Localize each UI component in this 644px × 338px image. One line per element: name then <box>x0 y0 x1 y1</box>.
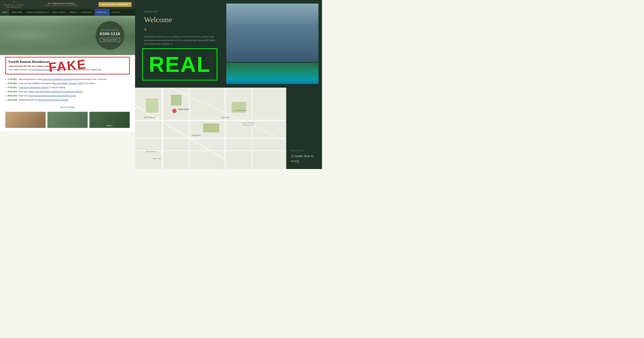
update-date: 27-06-2021: <box>8 86 17 88</box>
svg-rect-6 <box>251 88 252 169</box>
map-location-section: Gallop Stable Bukit Timah Rd Dunearn Rd … <box>135 88 322 169</box>
svg-text:Dunearn Rd: Dunearn Rd <box>192 134 201 136</box>
enquiry-label: For Sales Enquiries <box>101 29 119 31</box>
bullet-icon: ● <box>5 99 6 101</box>
enquiry-circle: For Sales Enquiries 6100-1116 Make Appoi… <box>96 21 124 50</box>
make-appointment-button[interactable]: Make Appointment <box>100 38 120 42</box>
showflat-link[interactable]: Fourth Avenue Residences ShowFlat <box>42 78 72 80</box>
promo-title: NO COMMISSION PAYABLE <box>45 3 78 5</box>
building-images <box>224 0 322 88</box>
pool-image <box>226 62 318 84</box>
list-item: ● 27-06-2021: Check your loan eligibilit… <box>5 82 130 85</box>
updates-section: ● 27-06-2021: Book an Appointment to vie… <box>0 76 135 104</box>
phone-number: 6100-1116 <box>100 32 120 36</box>
promo-center: NO COMMISSION PAYABLE ENJOY DIRECT DEVEL… <box>45 3 78 6</box>
chevron-down-icon: ▾ <box>106 12 108 13</box>
fake-box: FAKE Fourth Avenue Residences Latest Uni… <box>5 57 130 74</box>
svg-text:Cool N Green Pte: Cool N Green Pte <box>235 110 247 111</box>
chevron-down-icon: ▾ <box>76 12 77 13</box>
svg-text:White Lodge Bukit: White Lodge Bukit <box>242 122 254 124</box>
svg-rect-5 <box>224 88 226 169</box>
hero-section: For Sales Enquiries 6100-1116 Make Appoi… <box>0 16 135 55</box>
promo-sub: ENJOY DIRECT DEVELOPER DISCOUNT <box>45 5 78 6</box>
svg-text:Meat n' Chill: Meat n' Chill <box>153 158 161 160</box>
location-title: A home that to every <box>291 154 318 164</box>
real-watermark-box: REAL <box>142 48 217 80</box>
update-date: 20-12-2018: <box>8 99 17 101</box>
svg-text:Vanda Link: Vanda Link <box>221 116 229 118</box>
bullet-icon: ● <box>5 82 6 85</box>
thumbnail-2 <box>48 112 88 128</box>
list-item: ● 20-12-2018: Download and view the Four… <box>5 98 130 101</box>
svg-text:Brazil Churrasco: Brazil Churrasco <box>146 151 156 152</box>
list-item: ● 09-01-2019: Read more: Fourth Avenue R… <box>5 94 130 97</box>
fourth-avenue-link[interactable]: Fourth Avenue Residences <box>31 69 52 71</box>
svg-rect-1 <box>135 138 286 139</box>
nav-press[interactable]: PRESS ▾ <box>68 9 79 16</box>
svg-rect-0 <box>135 120 286 121</box>
list-item: ● 27-06-2021: Fourth Avenue Residences v… <box>5 86 130 89</box>
bullet-icon: ● <box>5 95 6 97</box>
overview-text: OVERVIEW Welcome ❋ Fourth Avenue Residen… <box>135 0 224 88</box>
welcome-title: Welcome <box>144 16 216 24</box>
nav-project-info[interactable]: PROJECT INFORMATION ▾ <box>24 9 51 16</box>
svg-rect-9 <box>146 98 158 113</box>
svg-rect-4 <box>189 88 190 169</box>
fake-title: Fourth Avenue Residences <box>8 60 126 64</box>
direct-label: DIRECT <box>106 125 113 126</box>
top-banner: ✦ FOURTH ✦ AVENUE RESIDENCES NO COMMISSI… <box>0 0 135 9</box>
logo: ✦ FOURTH ✦ AVENUE RESIDENCES <box>4 0 24 8</box>
kick-off-link[interactable]: Fourth Avenue Residences poised to kick … <box>28 95 76 97</box>
thumbnail-3: DIRECT <box>90 112 130 128</box>
chevron-down-icon: ▾ <box>48 12 49 13</box>
svg-text:Bukit Timah Rd: Bukit Timah Rd <box>144 116 155 118</box>
nav-showflat[interactable]: SHOWFLAT ▾ <box>94 9 110 16</box>
location-label: LOCATION <box>291 150 318 152</box>
map-area: Gallop Stable Bukit Timah Rd Dunearn Rd … <box>135 88 286 169</box>
overview-section: OVERVIEW Welcome ❋ Fourth Avenue Residen… <box>135 0 322 88</box>
chevron-down-icon: ▾ <box>92 12 92 13</box>
update-date: 27-06-2021: <box>8 78 17 80</box>
ornament-icon: ❋ <box>144 28 216 32</box>
nav-home[interactable]: HOME <box>0 9 10 16</box>
building-image <box>226 4 318 62</box>
nav-developer[interactable]: DEVELOPER <box>10 9 24 16</box>
ebrochure-link[interactable]: Fourth Avenue Residences E-Brochure <box>38 99 68 101</box>
grab-starbuy-button[interactable]: GRAB STARBUY PROMOTION <box>98 2 132 7</box>
virtual-tour-link[interactable]: Fourth Avenue Residences virtual tour <box>18 86 49 88</box>
navigation: HOME DEVELOPER PROJECT INFORMATION ▾ BUK… <box>0 9 135 16</box>
svg-point-13 <box>172 109 176 113</box>
update-date: 27-06-2021: <box>8 82 17 84</box>
welcome-description: Fourth Avenue Residences is a collection… <box>144 35 216 46</box>
seventy-units-link[interactable]: Seventy units sold on launch weekend at … <box>28 91 83 93</box>
location-panel: LOCATION A home that to every <box>286 88 322 169</box>
svg-text:Gallop Stable: Gallop Stable <box>178 108 189 110</box>
nav-bukit-timah[interactable]: BUKIT TIMAH ▾ <box>51 9 68 16</box>
bullet-icon: ● <box>5 87 6 89</box>
svg-rect-10 <box>171 95 182 106</box>
logo-line1: FOURTH ✦ AVENUE <box>4 4 24 6</box>
svg-rect-12 <box>203 124 219 132</box>
logo-icon: ✦ <box>13 0 15 4</box>
nav-contact[interactable]: CONTACT <box>110 9 122 16</box>
right-panel: OVERVIEW Welcome ❋ Fourth Avenue Residen… <box>135 0 322 169</box>
fake-section: FAKE Fourth Avenue Residences Latest Uni… <box>0 55 135 76</box>
update-date: 20-01-2019: <box>8 91 17 93</box>
svg-line-8 <box>171 88 286 141</box>
chevron-down-icon: ▾ <box>64 12 66 13</box>
overview-label: OVERVIEW <box>144 11 216 13</box>
list-item: ● 27-06-2021: Book an Appointment to vie… <box>5 78 130 81</box>
latest-unit: Latest Unit Sold: #01- 27th June 2 Balan… <box>8 65 126 67</box>
update-date: 09-01-2019: <box>8 95 17 97</box>
bullet-icon: ● <box>5 91 6 93</box>
bullet-icon: ● <box>5 78 6 81</box>
nav-financing[interactable]: FINANCING ▾ <box>79 9 94 16</box>
left-panel: ✦ FOURTH ✦ AVENUE RESIDENCES NO COMMISSI… <box>0 0 135 132</box>
view-past-updates[interactable]: View Past Updates <box>0 104 135 110</box>
map-background: Gallop Stable Bukit Timah Rd Dunearn Rd … <box>135 88 286 169</box>
advance-link[interactable]: ule <box>99 69 101 71</box>
svg-rect-3 <box>162 88 163 169</box>
thumbnail-row: DIRECT <box>0 110 135 132</box>
tdsr-link[interactable]: Max Loan Eligibility Calculator (TDSR) <box>52 82 83 84</box>
svg-text:Timah Preschool: Timah Preschool <box>242 124 253 126</box>
